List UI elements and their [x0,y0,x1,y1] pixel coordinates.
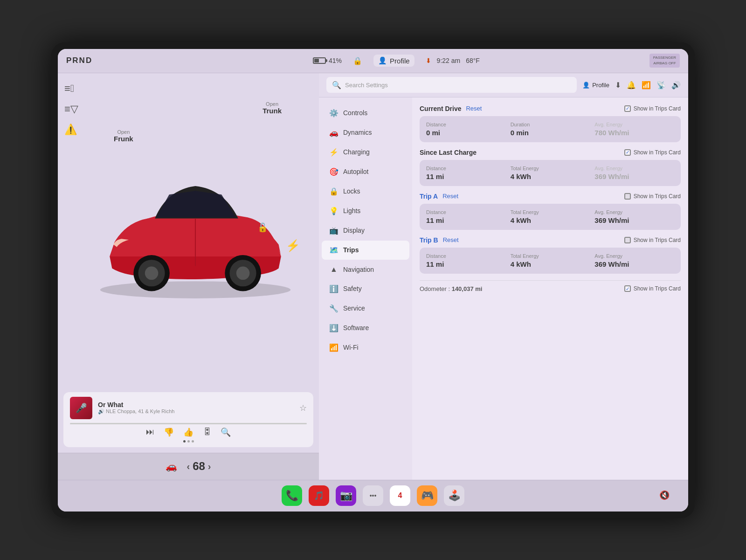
dot-3 [192,440,194,442]
music-progress-bar[interactable] [70,423,307,424]
trunk-label[interactable]: Open Trunk [262,101,282,115]
settings-profile-button[interactable]: 👤 Profile [582,82,609,89]
nav-wifi[interactable]: 📶 Wi-Fi [322,338,409,357]
display-label: Display [343,227,365,234]
software-icon: ⬇️ [329,324,338,332]
signal-icon[interactable]: 📡 [656,81,666,90]
search-icon: 🔍 [332,81,341,90]
last-charge-distance-value: 11 mi [426,173,506,180]
games-app[interactable]: 🎮 [417,485,437,506]
joystick-icon: 🕹️ [448,490,461,502]
trips-label: Trips [343,246,359,254]
airbag-text: PASSENGER AIRBAG OFF [653,55,676,65]
trip-a-distance-label: Distance [426,209,506,215]
profile-button[interactable]: 👤 Profile [373,55,414,67]
trip-a-reset[interactable]: Reset [442,193,458,200]
profile-label: Profile [390,57,410,65]
current-drive-checkbox[interactable]: ✓ [624,105,631,112]
last-charge-avg-value: 369 Wh/mi [594,173,674,180]
nav-locks[interactable]: 🔒 Locks [322,182,409,201]
trip-b-reset[interactable]: Reset [443,236,459,243]
volume-icon[interactable]: 🔊 [671,81,681,90]
nav-autopilot[interactable]: 🎯 Autopilot [322,162,409,181]
current-duration-value: 0 min [511,129,590,137]
last-charge-energy-label: Total Energy [511,166,590,171]
nav-lights[interactable]: 💡 Lights [322,201,409,221]
download-header-icon[interactable]: ⬇ [615,81,621,90]
taskbar: 📞 🎵 📷 ••• 4 🎮 🕹️ 🔇 [58,480,688,512]
charging-label: Charging [343,148,370,156]
search-placeholder: Search Settings [345,82,388,89]
nav-navigation[interactable]: ▲ Navigation [322,260,409,279]
current-duration-label: Duration [511,122,590,127]
trip-b-checkbox[interactable] [624,237,631,243]
settings-header: 🔍 Search Settings 👤 Profile ⬇ 🔔 📶 📡 🔊 [319,73,688,97]
lights-icon: 💡 [329,207,338,215]
temperature-control: ‹ 68 › [186,460,211,473]
favorite-button[interactable]: ☆ [299,403,307,413]
joystick-app[interactable]: 🕹️ [444,485,464,506]
car-front-icon[interactable]: 🚗 [166,461,177,472]
screen-inner: PRND 41% 🔒 👤 Profile ⬇ 9:22 am 68°F [58,49,688,512]
temp-right-arrow[interactable]: › [208,461,211,472]
service-icon: 🔧 [329,304,338,313]
last-charge-show-trips[interactable]: ✓ Show in Trips Card [624,149,681,156]
music-title: Or What [98,401,294,408]
music-dots [70,440,307,442]
top-bar-right: PASSENGER AIRBAG OFF [587,54,680,67]
camera-app[interactable]: 📷 [336,485,356,506]
volume-button[interactable]: 🔇 [659,490,670,500]
last-charge-header: Since Last Charge ✓ Show in Trips Card [420,149,681,156]
settings-profile-label: Profile [592,82,609,89]
right-panel: 🔍 Search Settings 👤 Profile ⬇ 🔔 📶 📡 🔊 [319,73,688,480]
skip-forward-button[interactable]: ⏭ [146,427,154,437]
nav-dynamics[interactable]: 🚗 Dynamics [322,123,409,142]
frunk-label[interactable]: Open Frunk [114,129,133,143]
trips-content: Current Drive Reset ✓ Show in Trips Card… [412,97,688,480]
equalizer-button[interactable]: 🎛 [203,427,211,437]
odometer-checkbox[interactable]: ✓ [624,285,631,292]
trip-a-show-trips[interactable]: Show in Trips Card [624,193,681,200]
current-duration: Duration 0 min [511,122,590,137]
search-box[interactable]: 🔍 Search Settings [326,77,577,93]
nav-controls[interactable]: ⚙️ Controls [322,104,409,123]
trip-a-avg: Avg. Energy 369 Wh/mi [594,209,674,224]
nav-charging[interactable]: ⚡ Charging [322,143,409,162]
prnd-display: PRND [66,56,92,65]
locks-icon: 🔒 [329,187,338,196]
odometer-show-trips[interactable]: ✓ Show in Trips Card [624,285,681,292]
music-top: 🎤 Or What 🔊 NLE Choppa, 41 & Kyle Richh … [70,397,307,419]
svg-text:⚡: ⚡ [286,238,300,252]
controls-label: Controls [343,109,367,117]
trip-a-distance: Distance 11 mi [426,209,506,224]
odometer-section: Odometer : 140,037 mi ✓ Show in Trips Ca… [420,280,681,292]
current-drive-reset[interactable]: Reset [466,105,482,112]
nav-safety[interactable]: ℹ️ Safety [322,279,409,298]
current-drive-show-trips[interactable]: ✓ Show in Trips Card [624,105,681,112]
nav-trips[interactable]: 🗺️ Trips [322,241,409,260]
last-charge-checkbox[interactable]: ✓ [624,149,631,156]
bell-icon[interactable]: 🔔 [627,81,636,90]
bluetooth-icon[interactable]: 📶 [642,81,651,90]
thumbs-down-button[interactable]: 👎 [164,427,174,437]
phone-app[interactable]: 📞 [282,485,302,506]
trip-a-checkbox[interactable] [624,193,631,200]
airbag-badge: PASSENGER AIRBAG OFF [649,54,680,67]
temp-left-arrow[interactable]: ‹ [186,461,190,472]
odometer-show-label: Show in Trips Card [634,285,681,292]
audio-app[interactable]: 🎵 [309,485,329,506]
last-charge-card: Distance 11 mi Total Energy 4 kWh Avg. E… [420,160,681,186]
nav-software[interactable]: ⬇️ Software [322,318,409,338]
nav-display[interactable]: 📺 Display [322,221,409,240]
download-icon: ⬇ [426,57,431,64]
top-bar-left: PRND [66,56,206,65]
thumbs-up-button[interactable]: 👍 [183,427,193,437]
nav-service[interactable]: 🔧 Service [322,299,409,318]
trip-b-show-trips[interactable]: Show in Trips Card [624,237,681,243]
wifi-icon: 📶 [329,343,338,352]
more-apps[interactable]: ••• [363,485,383,506]
trip-b-avg-label: Avg. Energy [594,253,674,259]
wifi-label: Wi-Fi [343,344,359,351]
calendar-app[interactable]: 4 [390,485,410,506]
search-music-button[interactable]: 🔍 [221,427,231,437]
